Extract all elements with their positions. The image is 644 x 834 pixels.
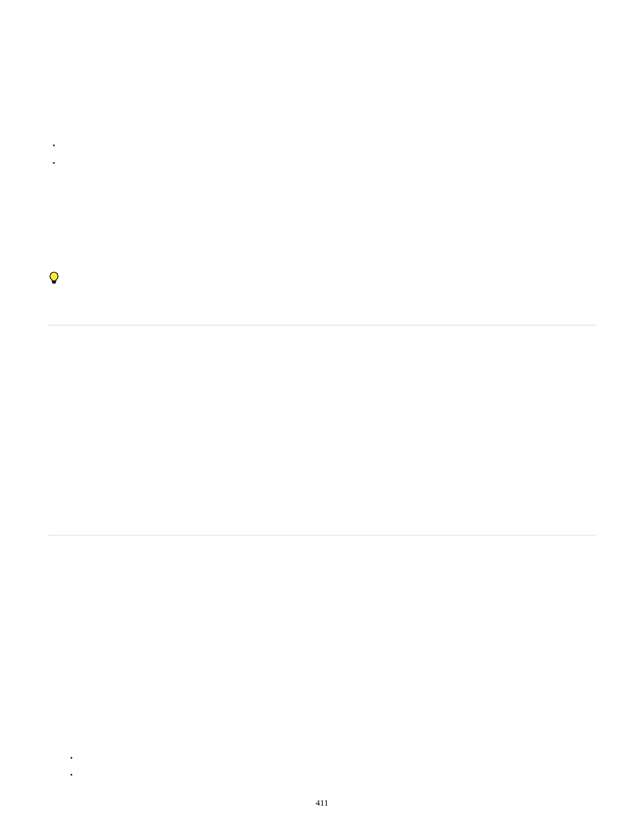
horizontal-divider [47,535,597,536]
bottom-bullet-list [70,754,597,782]
list-item [70,754,597,765]
list-item [53,142,597,153]
horizontal-divider [47,325,597,325]
list-item [53,159,597,170]
lightbulb-icon [49,271,59,288]
document-page: 411 [0,0,644,834]
list-item [70,771,597,782]
page-number: 411 [315,798,328,808]
svg-rect-1 [53,282,55,284]
top-bullet-list [53,142,597,170]
